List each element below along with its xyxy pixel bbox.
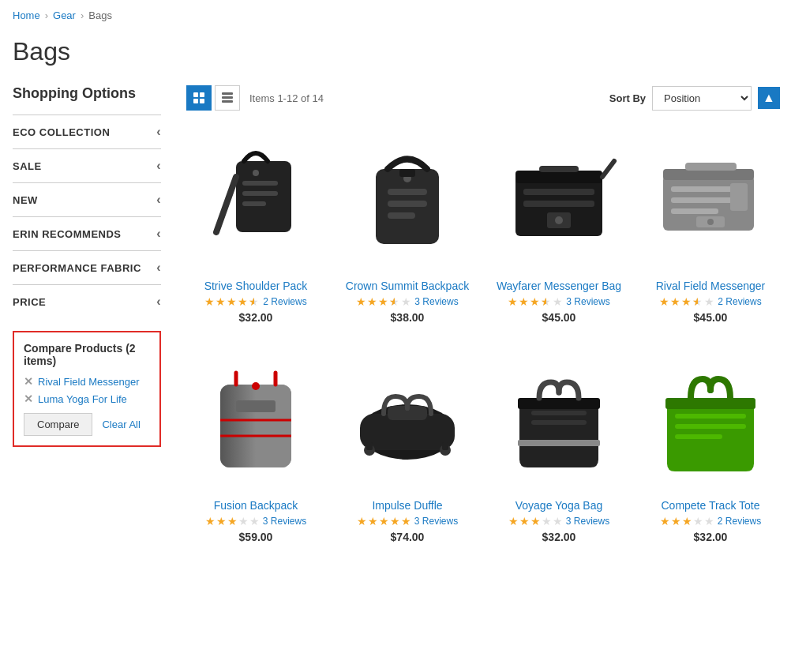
breadcrumb: Home › Gear › Bags (0, 0, 791, 31)
filter-new-chevron: ‹ (156, 193, 161, 207)
compare-title: Compare Products (2 items) (24, 342, 150, 367)
star-2-5: ★ (401, 295, 411, 308)
product-name-6[interactable]: Impulse Duffle (372, 499, 442, 512)
compare-item-2-link[interactable]: Luma Yoga For Life (38, 393, 127, 405)
breadcrumb-gear[interactable]: Gear (53, 9, 76, 21)
star-6-3: ★ (379, 515, 389, 527)
filter-price[interactable]: PRICE ‹ (13, 284, 161, 318)
product-price-4: $45.00 (694, 311, 728, 324)
svg-rect-51 (675, 434, 722, 439)
svg-point-18 (555, 216, 563, 224)
compare-remove-2[interactable]: ✕ (24, 392, 33, 405)
star-1-5: ★★ (249, 295, 260, 308)
breadcrumb-home[interactable]: Home (13, 9, 40, 21)
reviews-link-5[interactable]: 3 Reviews (263, 516, 306, 527)
product-name-8[interactable]: Compete Track Tote (661, 499, 759, 512)
star-6-5: ★ (401, 515, 411, 527)
product-name-7[interactable]: Voyage Yoga Bag (515, 499, 603, 512)
stars-row-4: ★ ★ ★ ★★ ★ 2 Reviews (659, 295, 761, 308)
filter-new[interactable]: NEW ‹ (13, 182, 161, 216)
stars-row-8: ★ ★ ★ ★ ★ 2 Reviews (660, 515, 761, 527)
filter-sale[interactable]: SALE ‹ (13, 148, 161, 182)
toolbar: Items 1-12 of 14 Sort By Position Produc… (186, 85, 780, 111)
compare-remove-1[interactable]: ✕ (24, 375, 33, 388)
product-image-8 (647, 357, 774, 483)
compare-item-2: ✕ Luma Yoga For Life (24, 392, 150, 405)
filter-erin-label: ERIN RECOMMENDS (13, 228, 122, 240)
product-name-1[interactable]: Strive Shoulder Pack (204, 280, 308, 292)
star-8-5: ★ (704, 515, 714, 527)
reviews-link-3[interactable]: 3 Reviews (566, 296, 609, 307)
svg-rect-30 (220, 385, 291, 467)
svg-rect-42 (366, 442, 373, 450)
filter-new-label: NEW (13, 194, 38, 206)
star-2-4: ★★ (389, 295, 400, 308)
stars-row-2: ★ ★ ★ ★★ ★ 3 Reviews (356, 295, 458, 308)
svg-rect-3 (242, 201, 266, 206)
compare-actions: Compare Clear All (24, 413, 150, 436)
product-name-3[interactable]: Wayfarer Messenger Bag (497, 280, 621, 292)
star-4-5: ★ (704, 295, 714, 308)
sort-select[interactable]: Position Product Name Price (652, 86, 752, 111)
sort-area: Sort By Position Product Name Price ▲ (609, 86, 780, 111)
svg-line-5 (216, 177, 236, 232)
star-2-1: ★ (356, 295, 366, 308)
sort-label: Sort By (609, 92, 646, 104)
star-3-2: ★ (519, 295, 529, 308)
stars-row-5: ★ ★ ★ ★ ★ 3 Reviews (205, 515, 306, 527)
sidebar: Shopping Options ECO COLLECTION ‹ SALE ‹… (0, 79, 174, 556)
compare-products-box: Compare Products (2 items) ✕ Rival Field… (13, 331, 161, 447)
grid-view-button[interactable] (186, 85, 212, 111)
page-title: Bags (0, 31, 791, 79)
svg-rect-16 (523, 201, 594, 207)
svg-rect-2 (242, 191, 278, 196)
reviews-link-8[interactable]: 2 Reviews (718, 516, 761, 527)
star-5-3: ★ (227, 515, 238, 527)
product-name-5[interactable]: Fusion Backpack (214, 499, 298, 512)
star-2-3: ★ (378, 295, 388, 308)
star-1-2: ★ (216, 295, 226, 308)
star-7-3: ★ (530, 515, 541, 527)
star-3-3: ★ (530, 295, 540, 308)
reviews-link-7[interactable]: 3 Reviews (566, 516, 609, 527)
filter-price-label: PRICE (13, 296, 46, 308)
filter-sale-chevron: ‹ (156, 159, 161, 173)
reviews-link-1[interactable]: 2 Reviews (263, 296, 306, 307)
product-price-8: $32.00 (694, 531, 728, 543)
compare-item-1-link[interactable]: Rival Field Messenger (38, 376, 140, 388)
stars-4: ★ ★ ★ ★★ ★ (659, 295, 714, 308)
breadcrumb-sep-2: › (81, 9, 84, 21)
filter-sale-label: SALE (13, 160, 42, 172)
star-7-2: ★ (519, 515, 530, 527)
svg-rect-28 (730, 183, 748, 211)
stars-row-6: ★ ★ ★ ★ ★ 3 Reviews (357, 515, 458, 527)
reviews-link-6[interactable]: 3 Reviews (414, 516, 458, 527)
star-7-5: ★ (553, 515, 563, 527)
filter-perf[interactable]: PERFORMANCE FABRIC ‹ (13, 250, 161, 284)
reviews-link-2[interactable]: 3 Reviews (414, 296, 458, 307)
clear-all-link[interactable]: Clear All (102, 419, 140, 430)
product-name-2[interactable]: Crown Summit Backpack (346, 280, 469, 292)
svg-rect-22 (685, 163, 737, 171)
list-icon (222, 92, 233, 103)
filter-eco[interactable]: ECO COLLECTION ‹ (13, 115, 161, 148)
reviews-link-4[interactable]: 2 Reviews (718, 296, 761, 307)
product-image-wrap-2 (344, 130, 470, 272)
filter-eco-label: ECO COLLECTION (13, 126, 110, 138)
filter-erin[interactable]: ERIN RECOMMENDS ‹ (13, 216, 161, 250)
star-4-1: ★ (659, 295, 669, 308)
product-name-4[interactable]: Rival Field Messenger (656, 280, 766, 292)
sort-direction-button[interactable]: ▲ (758, 87, 780, 109)
compare-button[interactable]: Compare (24, 413, 92, 436)
items-count: Items 1-12 of 14 (249, 92, 324, 104)
product-image-7 (496, 357, 622, 483)
svg-rect-21 (663, 169, 754, 180)
star-8-2: ★ (671, 515, 681, 527)
product-price-5: $59.00 (239, 531, 273, 543)
filter-erin-chevron: ‹ (156, 227, 161, 241)
svg-rect-49 (675, 414, 746, 419)
products-grid: Strive Shoulder Pack ★ ★ ★ ★ ★★ 2 Review… (186, 123, 780, 550)
sidebar-title: Shopping Options (13, 85, 161, 102)
list-view-button[interactable] (215, 85, 240, 111)
stars-6: ★ ★ ★ ★ ★ (357, 515, 411, 527)
